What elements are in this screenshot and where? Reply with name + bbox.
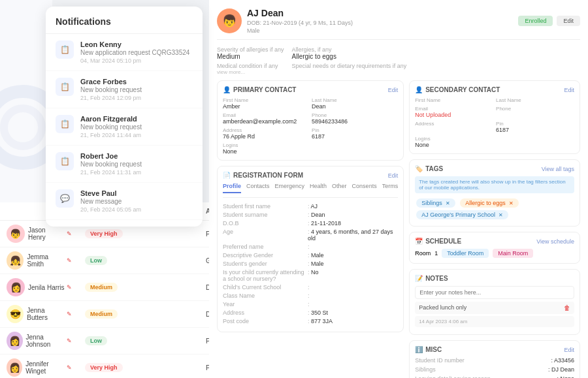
misc-value: : None [557,375,574,378]
tab-other[interactable]: Other [332,183,347,193]
notif-icon-0: 📋 [56,40,74,59]
notifications-title: Notifications [46,16,203,34]
tab-terms[interactable]: Terms [382,183,399,193]
tag-allergic-remove[interactable]: ✕ [509,200,514,206]
tags-container: Siblings ✕ Allergic to eggs ✕ AJ George'… [415,197,574,221]
edit-button[interactable]: Edit [557,16,580,26]
severity-value: Medium [217,53,284,60]
tag-school: AJ George's Primary School ✕ [416,210,508,219]
notif-name-0: Leon Kenny [80,40,189,48]
secondary-pin-field: Pin 6187 [496,121,574,133]
left-col: 👤 PRIMARY CONTACT Edit First Name Amber … [217,80,404,378]
primary-contact-edit[interactable]: Edit [388,87,399,93]
notes-input[interactable] [415,286,574,299]
student-name: Jemma Smith [27,253,65,268]
reg-field-row: D.O.B 21-11-2018 [223,220,398,227]
reg-field-value [308,284,398,291]
medical-condition-label: Medical condition if any [217,63,284,69]
notif-item-1[interactable]: 📋 Grace Forbes New booking request 21, F… [46,71,203,108]
secondary-icon: 👤 [415,86,423,93]
reg-field-value [308,292,398,299]
reg-field-label: Student surname [223,212,308,218]
primary-logins-label: Logins [223,142,309,148]
student-name: Jenna Johnson [26,334,65,348]
misc-header: ℹ️ MISC Edit [415,346,574,353]
misc-row: Student ID number : A33456 [415,357,574,364]
student-detail-panel: 👦 AJ Dean DOB: 21-Nov-2019 (4 yr, 9 Ms, … [209,0,588,378]
notif-item-3[interactable]: 📋 Robert Joe New booking request 21, Feb… [46,146,203,183]
tag-siblings-remove[interactable]: ✕ [446,200,450,206]
reg-form-edit[interactable]: Edit [388,172,399,179]
tab-contacts[interactable]: Contacts [246,183,270,193]
secondary-contact-edit[interactable]: Edit [564,87,574,93]
tab-emergency[interactable]: Emergency [275,183,305,193]
student-edit-icon[interactable]: ✎ [67,284,72,291]
notif-text-3: New booking request [80,161,142,168]
reg-field-label: Address [223,309,308,316]
notif-text-2: New booking request [80,123,142,131]
notif-name-2: Aaron Fitzgerald [80,115,142,123]
reg-field-row: Student surname Dean [223,212,398,218]
student-edit-icon[interactable]: ✎ [67,364,72,371]
notif-time-2: 21, Feb 2024 11:44 am [80,132,142,138]
primary-contact-grid: First Name Amber Last Name Dean Email am… [223,97,398,155]
detail-actions: Enrolled Edit [518,16,580,26]
severity-cell: Very High [78,354,199,379]
reg-field-row: Age 4 years, 6 months, and 27 days old [223,228,398,242]
enrolled-button[interactable]: Enrolled [518,16,553,26]
notif-content-3: Robert Joe New booking request 21, Feb 2… [80,152,142,176]
tab-consents[interactable]: Consents [352,183,377,193]
student-edit-icon[interactable]: ✎ [67,257,72,264]
student-avatar-detail: 👦 [217,8,242,33]
student-detail-dob: DOB: 21-Nov-2019 (4 yr, 9 Ms, 11 Days) [247,20,353,26]
student-edit-icon[interactable]: ✎ [67,338,72,344]
student-avatar: 👩 [7,278,25,296]
severity-cell: Low [78,247,199,274]
reg-field-value: Male [308,260,398,267]
schedule-section: 📅 SCHEDULE View schedule Room 1 Toddler … [409,232,580,264]
reg-field-label: Is your child currently attending a scho… [223,269,308,282]
notif-item-2[interactable]: 📋 Aaron Fitzgerald New booking request 2… [46,108,203,146]
reg-field-label: Age [223,228,308,242]
tab-profile[interactable]: Profile [223,183,241,193]
tag-school-remove[interactable]: ✕ [498,212,503,218]
reg-field-row: Address 350 St [223,309,398,316]
reg-field-value: 877 3JA [308,318,398,324]
notif-text-1: New booking request [80,86,142,93]
primary-address-value: 76 Apple Rd [223,133,309,140]
student-name: Jenna Butters [27,307,65,321]
tag-allergic: Allergic to eggs ✕ [460,198,519,208]
misc-edit-btn[interactable]: Edit [564,347,574,353]
secondary-contact-section: 👤 SECONDARY CONTACT Edit First Name Last… [409,80,580,154]
tags-section: 🏷️ TAGS View all tags The tags created h… [409,159,580,227]
severity-cell: Medium [78,274,199,301]
primary-logins-value: None [223,148,309,155]
reg-form-header: 📄 REGISTRATION FORM Edit [223,172,398,179]
notif-icon-4: 💬 [56,189,74,208]
student-edit-icon[interactable]: ✎ [67,230,72,237]
student-name-cell: 👩 Jenna Johnson ✎ [0,328,78,354]
notifications-panel: Notifications 📋 Leon Kenny New applicati… [46,7,203,227]
view-schedule-btn[interactable]: View schedule [536,238,574,245]
view-all-tags-btn[interactable]: View all tags [542,166,574,172]
notif-item-4[interactable]: 💬 Steve Paul New message 20, Feb 2024 05… [46,183,203,220]
detail-header: 👦 AJ Dean DOB: 21-Nov-2019 (4 yr, 9 Ms, … [217,8,580,40]
notes-section: 📝 NOTES Packed lunch only 🗑 14 Apr 2023 … [409,269,580,335]
main-room-badge: Main Room [493,249,533,258]
severity-badge: Medium [85,283,118,292]
primary-contact-header: 👤 PRIMARY CONTACT Edit [223,86,398,93]
reg-field-value: 350 St [308,309,398,316]
student-detail-name: AJ Dean [247,8,353,18]
secondary-contact-header: 👤 SECONDARY CONTACT Edit [415,86,574,93]
notif-item-0[interactable]: 📋 Leon Kenny New application request CQR… [46,34,203,71]
notif-time-1: 21, Feb 2024 12:09 pm [80,95,142,101]
misc-label: Siblings [415,366,436,373]
student-edit-icon[interactable]: ✎ [67,311,72,317]
primary-icon: 👤 [223,86,231,93]
tab-health[interactable]: Health [310,183,327,193]
reg-field-row: Year [223,301,398,307]
student-avatar: 👩 [7,332,23,350]
note-delete-0[interactable]: 🗑 [564,304,570,311]
secondary-logins-field: Logins None [415,136,493,148]
secondary-contact-title: 👤 SECONDARY CONTACT [415,86,500,93]
